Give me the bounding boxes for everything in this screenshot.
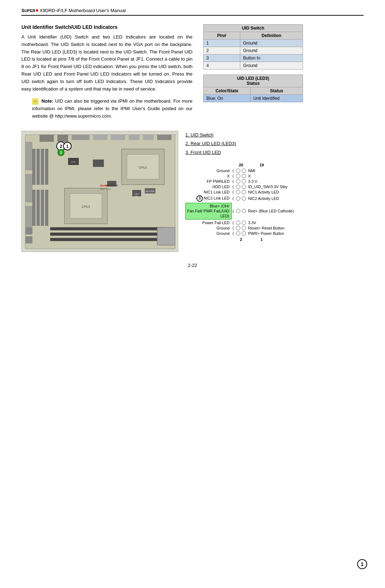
col-header-row: 20 19 [185,163,271,167]
pin-label-left: Ground [185,231,232,236]
uid-switch-def: Button In [240,55,303,62]
svg-rect-11 [143,135,154,140]
pin-circles: ❬ [232,196,246,201]
svg-rect-7 [72,135,89,140]
label-2: 2. Rear UID LED (LED3) [185,139,364,148]
uid-led-table: UID LED (LED3) Status Color/State Status… [203,74,303,102]
pin-row: Blue+ (OH/Fan Fail/ PWR FaiL/UID LED)❬Re… [185,203,294,220]
pin-label-left: Ground [185,226,232,230]
pin-label-right: 3.3 V [246,179,257,184]
svg-rect-10 [129,135,139,140]
pin-circles: ❬ [232,190,246,194]
lower-right: 1. UID Switch 2. Rear UID LED (LED3) 3. … [185,131,364,252]
pin-label-right: ID_UID_SW/3.3V Stby [246,185,288,189]
uid-switch-def: Ground [240,47,303,55]
uid-led-title: UID LED (LED3) Status [204,75,303,87]
content-area: Unit Identifier Switch/UID LED Indicator… [21,24,364,120]
body-text: A Unit Identifier (UID) Switch and two L… [21,33,192,93]
svg-rect-22 [45,149,48,185]
pin-label-right: X [246,174,251,178]
svg-rect-12 [157,135,171,140]
pin-row: Ground❬NMI [185,169,294,173]
uid-switch-def: Ground [240,62,303,69]
uid-led-col-color: Color/State [204,87,251,95]
pin-row: NIC1 Link LED❬NIC1 Activity LED [185,190,294,194]
connector-diagram: 20 19 Ground❬NMIX❬XFP PWRLED❬3.3 VHDD LE… [185,163,364,243]
svg-text:CPU2: CPU2 [139,166,147,169]
svg-rect-46 [157,227,175,245]
uid-switch-col-def: Definition [240,32,303,40]
board-diagram: CPU2 CPU1 [21,131,178,252]
lower-section: CPU2 CPU1 [21,131,364,252]
brand-logo: SUPER● [21,7,39,14]
svg-rect-29 [50,238,164,241]
num-circle-3: 3 [196,195,203,202]
svg-text:LAN: LAN [134,193,139,195]
bottom-col-2: 2 [232,237,250,242]
pin-circles: ❬ [232,209,246,213]
note-box: ✏ Note: UID can also be triggered via IP… [32,98,192,120]
pin-label-right: PWR> Power Button [246,231,284,236]
pin-label-left: HDD LED [185,185,232,189]
svg-rect-30 [93,160,104,167]
pin-label-right: NMI [246,169,255,173]
label-1: 1. UID Switch [185,131,364,140]
svg-rect-47 [25,227,32,234]
page-title: X9DRD-iF/LF Motherboard User's Manual [40,8,126,13]
svg-rect-48 [25,236,32,243]
pin-label-left: X [185,174,232,178]
svg-text:X9DRD-iF: X9DRD-iF [106,184,119,187]
section-title: Unit Identifier Switch/UID LED Indicator… [21,24,192,30]
pin-label-left: Power Fail LED [185,221,232,225]
uid-led-status: Unit Identified [250,95,303,102]
note-icon: ✏ [32,98,38,105]
svg-text:1: 1 [361,561,364,567]
svg-rect-27 [50,227,164,230]
svg-text:CPU1: CPU1 [82,205,90,208]
svg-rect-19 [32,149,35,185]
svg-text:DA-CTRL: DA-CTRL [145,190,155,192]
svg-rect-2 [25,142,32,170]
svg-text:3: 3 [60,151,62,155]
bottom-col-1: 1 [252,237,271,242]
svg-rect-23 [32,190,35,226]
board-svg: CPU2 CPU1 [22,131,178,252]
pin-label-right: Reset> Reset Button [246,226,284,230]
left-column: Unit Identifier Switch/UID LED Indicator… [21,24,192,120]
svg-rect-24 [37,190,40,226]
label-3: 3. Front UID LED [185,148,364,157]
pin-rows: Ground❬NMIX❬XFP PWRLED❬3.3 VHDD LED❬ID_U… [185,169,294,237]
uid-led-col-status: Status [250,87,303,95]
svg-text:1: 1 [66,144,69,149]
note-label: Note: [42,98,53,104]
pin-label-left: NIC1 Link LED [185,190,232,194]
bottom-pin-row: 2 1 [185,237,271,242]
svg-rect-25 [41,190,44,226]
page-number: 2-22 [21,263,364,268]
pin-circles: ❬ [232,231,246,236]
pin-label-left: Blue+ (OH/Fan Fail/ PWR FaiL/UID LED) [185,203,232,220]
pin-label-right: NIC1 Activity LED [246,190,279,194]
pin-row: 3NIC2 Link LED❬NIC2 Activity LED [185,195,294,202]
svg-text:Rev. 1.10: Rev. 1.10 [100,188,111,190]
pin-circles: ❬ [232,169,246,173]
svg-rect-20 [37,149,40,185]
svg-rect-6 [57,135,68,142]
svg-rect-28 [50,233,164,236]
pin-circles: ❬ [232,185,246,189]
svg-rect-26 [45,190,48,226]
pin-label-right: NIC2 Activity LED [246,196,279,201]
diagram-labels: 1. UID Switch 2. Rear UID LED (LED3) 3. … [185,131,364,157]
pin-row: Ground❬PWR> Power Button [185,231,294,236]
svg-rect-9 [111,135,125,140]
pin-label-left: FP PWRLED [185,179,232,184]
pin-label-left: Ground [185,169,232,173]
svg-rect-3 [25,174,32,202]
uid-switch-pin: 3 [204,55,240,62]
col-20: 20 [232,163,250,167]
uid-switch-pin: 2 [204,47,240,55]
pin-circles: ❬ [232,221,246,225]
pin-circles: ❬ [232,226,246,230]
note-text: UID can also be triggered via IPMI on th… [32,98,192,119]
right-column: UID Switch Pin# Definition 1Ground2Groun… [203,24,303,120]
